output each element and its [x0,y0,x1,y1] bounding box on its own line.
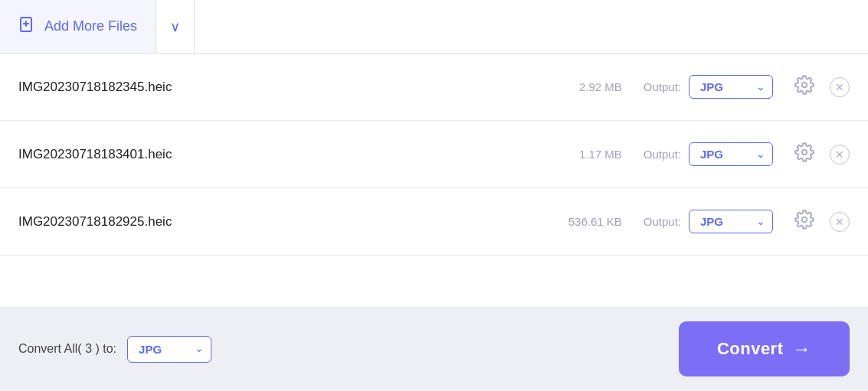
file-name: IMG20230718182345.heic [18,80,538,95]
output-label: Output: [644,148,681,161]
add-more-files-label: Add More Files [44,18,137,34]
file-name: IMG20230718183401.heic [18,147,538,162]
convert-all-select-wrapper: JPGPNGWEBPBMPTIFFGIF [127,336,211,363]
format-select-wrapper: JPGPNGWEBPBMPTIFFGIF [689,210,773,233]
toolbar: Add More Files ∨ [0,0,868,54]
file-size: 536.61 KB [538,215,622,228]
svg-point-5 [802,217,807,222]
convert-all-left: Convert All( 3 ) to: JPGPNGWEBPBMPTIFFGI… [18,336,211,363]
output-label: Output: [644,80,681,93]
remove-file-button[interactable]: ✕ [830,212,850,232]
table-row: IMG20230718182345.heic 2.92 MB Output: J… [0,54,868,121]
table-row: IMG20230718183401.heic 1.17 MB Output: J… [0,121,868,188]
convert-button-label: Convert [717,339,784,359]
format-select-wrapper: JPGPNGWEBPBMPTIFFGIF [689,142,773,166]
convert-button[interactable]: Convert → [679,321,850,376]
convert-all-label: Convert All( 3 ) to: [18,342,116,356]
remove-file-button[interactable]: ✕ [830,145,850,165]
format-select[interactable]: JPGPNGWEBPBMPTIFFGIF [689,75,773,99]
svg-point-3 [802,82,807,87]
svg-point-4 [802,149,807,155]
format-select-wrapper: JPGPNGWEBPBMPTIFFGIF [689,75,773,99]
add-more-files-button[interactable]: Add More Files [0,0,156,53]
settings-icon[interactable] [794,75,814,99]
table-row: IMG20230718182925.heic 536.61 KB Output:… [0,188,868,256]
file-list: IMG20230718182345.heic 2.92 MB Output: J… [0,54,868,307]
bottom-bar: Convert All( 3 ) to: JPGPNGWEBPBMPTIFFGI… [0,307,868,391]
file-name: IMG20230718182925.heic [18,214,538,230]
format-select[interactable]: JPGPNGWEBPBMPTIFFGIF [689,210,773,233]
file-size: 2.92 MB [538,80,622,93]
settings-icon[interactable] [794,142,814,167]
convert-arrow-icon: → [793,338,812,360]
output-label: Output: [644,215,681,228]
file-size: 1.17 MB [538,148,622,161]
chevron-down-icon: ∨ [170,18,180,35]
add-file-icon [18,15,37,38]
convert-all-format-select[interactable]: JPGPNGWEBPBMPTIFFGIF [127,336,211,363]
settings-icon[interactable] [794,210,814,234]
format-select[interactable]: JPGPNGWEBPBMPTIFFGIF [689,142,773,166]
toolbar-dropdown-button[interactable]: ∨ [156,0,195,53]
remove-file-button[interactable]: ✕ [830,77,850,97]
